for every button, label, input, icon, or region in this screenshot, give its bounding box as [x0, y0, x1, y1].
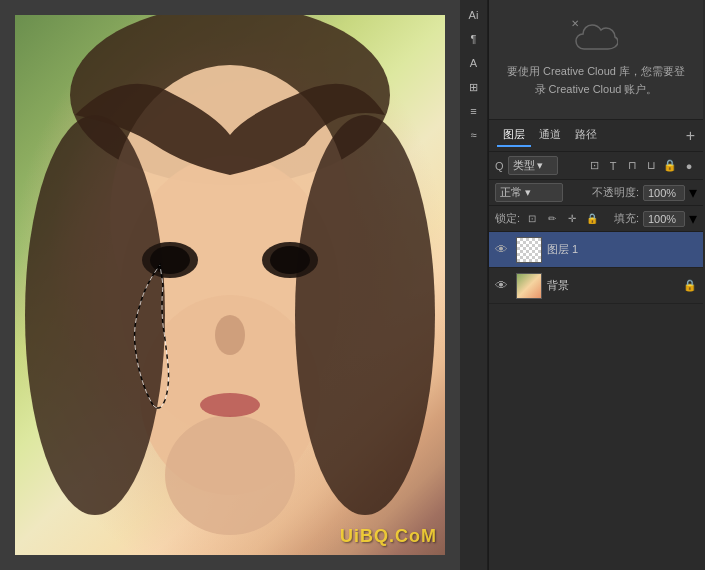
- cloud-message: 要使用 Creative Cloud 库，您需要登 录 Creative Clo…: [507, 63, 685, 98]
- search-icon: Q: [495, 160, 504, 172]
- svg-point-11: [215, 315, 245, 355]
- svg-point-5: [25, 115, 165, 515]
- tab-layers[interactable]: 图层: [497, 124, 531, 147]
- lock-bar: 锁定: ⊡ ✏ ✛ 🔒 填充: 100% ▾: [489, 206, 703, 232]
- opacity-input[interactable]: 100%: [643, 185, 685, 201]
- lock-position-btn[interactable]: ✛: [564, 211, 580, 227]
- fill-label: 填充:: [614, 211, 639, 226]
- cloud-icon: [574, 21, 618, 51]
- fill-input[interactable]: 100%: [643, 211, 685, 227]
- tool-ai[interactable]: Ai: [463, 4, 485, 26]
- app-container: UiBQ.CoM Ai ¶ A ⊞ ≡ ≈ ✕: [0, 0, 705, 570]
- layer-bg-photo-thumb: [517, 274, 541, 298]
- filter-icon-lock[interactable]: 🔒: [662, 158, 678, 174]
- layer-1-thumbnail: [516, 237, 542, 263]
- cloud-icon-container: ✕: [574, 21, 618, 55]
- fill-chevron: ▾: [689, 209, 697, 228]
- filter-type-chevron: ▾: [537, 159, 543, 172]
- photo-background: UiBQ.CoM: [15, 15, 445, 555]
- cloud-text-line1: 要使用 Creative Cloud 库，您需要登: [507, 65, 685, 77]
- svg-point-4: [165, 415, 295, 535]
- opacity-label: 不透明度:: [592, 185, 639, 200]
- filter-type-label: 类型: [513, 158, 535, 173]
- tool-settings[interactable]: ≈: [463, 124, 485, 146]
- cloud-text-line2: 录 Creative Cloud 账户。: [535, 83, 658, 95]
- svg-point-12: [200, 393, 260, 417]
- layers-header: 图层 通道 路径 +: [489, 120, 703, 152]
- selection-overlay: [15, 15, 445, 555]
- layer-1-visibility-toggle[interactable]: 👁: [495, 242, 511, 257]
- layer-bg-name: 背景: [547, 278, 678, 293]
- svg-point-6: [295, 115, 435, 515]
- layer-item-background[interactable]: 👁 背景 🔒: [489, 268, 703, 304]
- opacity-chevron: ▾: [689, 183, 697, 202]
- layer-1-checker-pattern: [517, 238, 541, 262]
- watermark: UiBQ.CoM: [340, 526, 437, 547]
- tool-paragraph[interactable]: ¶: [463, 28, 485, 50]
- lock-icons: ⊡ ✏ ✛ 🔒: [524, 211, 600, 227]
- filter-icons-row: ⊡ T ⊓ ⊔ 🔒 ●: [586, 158, 697, 174]
- filter-type-dropdown[interactable]: 类型 ▾: [508, 156, 558, 175]
- lock-paint-btn[interactable]: ✏: [544, 211, 560, 227]
- tab-channels[interactable]: 通道: [533, 124, 567, 147]
- tool-text[interactable]: A: [463, 52, 485, 74]
- grid-icon: ⊞: [469, 81, 478, 94]
- text-icon: A: [470, 57, 477, 69]
- filter-icon-image[interactable]: ⊡: [586, 158, 602, 174]
- layer-item-1[interactable]: 👁 图层 1: [489, 232, 703, 268]
- blend-mode-value: 正常: [500, 186, 522, 198]
- layer-1-name: 图层 1: [547, 242, 697, 257]
- lines-icon: ≡: [470, 105, 476, 117]
- svg-point-10: [270, 246, 310, 274]
- right-panel: ✕ 要使用 Creative Cloud 库，您需要登 录 Creative C…: [488, 0, 703, 570]
- lock-all-btn[interactable]: 🔒: [584, 211, 600, 227]
- layer-bg-thumbnail: [516, 273, 542, 299]
- filter-bar: Q 类型 ▾ ⊡ T ⊓ ⊔ 🔒 ●: [489, 152, 703, 180]
- lock-label: 锁定:: [495, 211, 520, 226]
- filter-icon-vector[interactable]: ⊔: [643, 158, 659, 174]
- side-toolbar: Ai ¶ A ⊞ ≡ ≈: [460, 0, 488, 570]
- tool-grid[interactable]: ⊞: [463, 76, 485, 98]
- filter-icon-circle[interactable]: ●: [681, 158, 697, 174]
- add-layer-button[interactable]: +: [686, 128, 695, 144]
- canvas-area: UiBQ.CoM: [0, 0, 460, 570]
- blend-mode-bar: 正常 ▾ 不透明度: 100% ▾: [489, 180, 703, 206]
- filter-icon-type[interactable]: ⊓: [624, 158, 640, 174]
- ai-label: Ai: [469, 9, 479, 21]
- tool-lines[interactable]: ≡: [463, 100, 485, 122]
- layers-panel: 图层 通道 路径 + Q 类型 ▾ ⊡ T ⊓ ⊔ 🔒 ●: [489, 120, 703, 570]
- photo-container: UiBQ.CoM: [15, 15, 445, 555]
- tab-paths[interactable]: 路径: [569, 124, 603, 147]
- blend-mode-dropdown[interactable]: 正常 ▾: [495, 183, 563, 202]
- cloud-section: ✕ 要使用 Creative Cloud 库，您需要登 录 Creative C…: [489, 0, 703, 120]
- filter-icon-text[interactable]: T: [605, 158, 621, 174]
- layer-bg-visibility-toggle[interactable]: 👁: [495, 278, 511, 293]
- para-icon: ¶: [471, 33, 477, 45]
- lock-transparent-btn[interactable]: ⊡: [524, 211, 540, 227]
- layer-list: 👁 图层 1 👁 背景 🔒: [489, 232, 703, 570]
- settings-icon: ≈: [470, 129, 476, 141]
- layer-bg-lock-icon: 🔒: [683, 279, 697, 292]
